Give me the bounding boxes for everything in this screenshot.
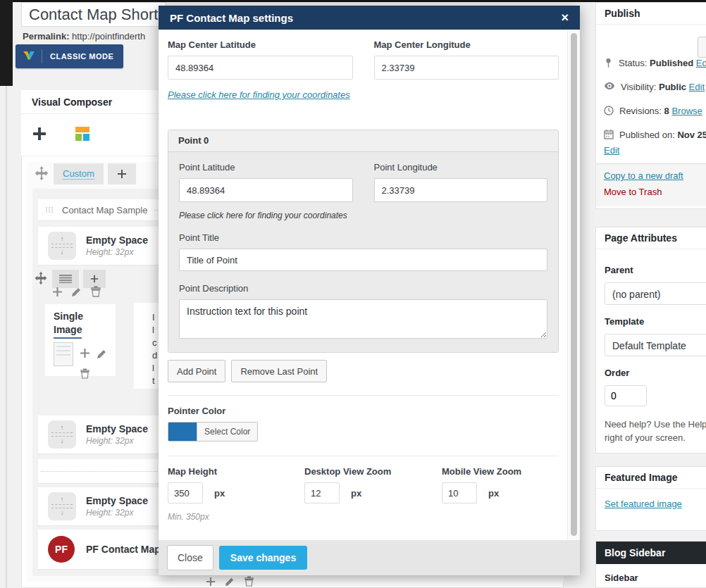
select-color-button[interactable]: Select Color: [197, 423, 257, 441]
image-thumbnail[interactable]: [54, 342, 73, 366]
tab-add-section[interactable]: [108, 163, 136, 184]
permalink-url[interactable]: http://pointfinderth: [72, 31, 145, 42]
map-height-input[interactable]: [168, 482, 203, 503]
classic-mode-button[interactable]: CLASSIC MODE: [16, 44, 123, 68]
point-latitude-input[interactable]: [179, 178, 353, 202]
help-text: Need help? Use the Help right of your sc…: [605, 418, 706, 444]
pencil-icon[interactable]: [225, 576, 235, 588]
vc-logo-icon: [23, 50, 35, 63]
point-longitude-input[interactable]: [374, 178, 548, 202]
move-to-trash-link[interactable]: Move to Trash: [604, 187, 662, 197]
trash-icon[interactable]: [80, 370, 89, 381]
add-element-icon[interactable]: [32, 126, 47, 144]
visibility-value: Public: [659, 82, 686, 92]
find-coordinates-link[interactable]: Please click here for finding your coord…: [168, 89, 350, 100]
color-swatch[interactable]: [168, 423, 197, 441]
plus-icon[interactable]: [80, 348, 90, 361]
pencil-icon[interactable]: [71, 286, 82, 299]
min-height-note: Min. 350px: [168, 512, 559, 522]
featured-image-panel: Featured Image Set featured image: [595, 466, 706, 531]
published-label: Published on:: [619, 130, 675, 140]
element-subtitle: Height: 32px: [86, 436, 148, 446]
single-image-element[interactable]: Single Image: [45, 304, 116, 376]
element-subtitle: Height: 32px: [86, 247, 148, 257]
scrollbar-thumb[interactable]: [571, 33, 577, 536]
drag-dots-icon[interactable]: [45, 205, 55, 215]
map-center-latitude-input[interactable]: [168, 56, 353, 80]
revisions-label: Revisions:: [619, 106, 662, 116]
save-changes-button[interactable]: Save changes: [219, 546, 307, 570]
blog-sidebar-panel: Blog Sidebar Sidebar: [595, 541, 706, 588]
pointer-color-label: Pointer Color: [168, 406, 559, 416]
dialog-scrollbar[interactable]: [567, 30, 580, 540]
element-title: Empty Space: [86, 234, 148, 246]
empty-space-icon: ↑↓: [48, 420, 76, 449]
pf-contact-map-settings-dialog: PF Contact Map settings × Map Center Lat…: [159, 6, 580, 575]
pencil-icon[interactable]: [97, 348, 108, 361]
trash-icon[interactable]: [244, 576, 254, 588]
revisions-browse-link[interactable]: Browse: [671, 106, 702, 116]
parent-select[interactable]: (no parent): [605, 282, 706, 305]
point-title-label: Point Title: [179, 232, 547, 243]
revisions-value: 8: [664, 106, 669, 116]
plus-icon[interactable]: [52, 287, 63, 299]
remove-last-point-button[interactable]: Remove Last Point: [231, 360, 327, 382]
move-tab-icon[interactable]: [34, 165, 49, 183]
desktop-view-zoom-unit: px: [351, 488, 361, 499]
sidebar-label: Sidebar: [596, 564, 706, 588]
add-point-button[interactable]: Add Point: [168, 360, 225, 382]
templates-icon[interactable]: [74, 125, 91, 144]
tab-custom[interactable]: Custom: [54, 163, 104, 184]
color-picker-control[interactable]: Select Color: [168, 422, 258, 442]
published-on-row: Published on: Nov 25: [604, 130, 706, 142]
close-button[interactable]: Close: [167, 545, 213, 570]
map-center-longitude-input[interactable]: [374, 56, 559, 80]
desktop-view-zoom-input[interactable]: [304, 482, 340, 503]
move-row-icon[interactable]: [34, 271, 48, 287]
parent-label: Parent: [605, 265, 706, 275]
pin-icon: [604, 58, 613, 70]
mobile-view-zoom-unit: px: [488, 488, 499, 499]
order-input[interactable]: [605, 385, 647, 406]
map-center-latitude-label: Map Center Latitude: [168, 39, 353, 50]
post-title-input[interactable]: Contact Map Short: [21, 2, 166, 27]
close-icon[interactable]: ×: [561, 11, 569, 24]
trash-icon[interactable]: [91, 286, 101, 299]
wordpress-editor-screen: Contact Map Short Permalink: http://poin…: [0, 0, 706, 588]
page-attributes-panel: Page Attributes Parent (no parent) Templ…: [595, 227, 706, 453]
point-longitude-label: Point Longitude: [374, 162, 548, 173]
plus-icon[interactable]: [206, 577, 216, 588]
status-row: Status: Published Edit: [604, 58, 706, 70]
mobile-view-zoom-input[interactable]: [442, 482, 477, 503]
visibility-edit-link[interactable]: Edit: [689, 82, 705, 92]
map-center-longitude-label: Map Center Longitude: [374, 39, 559, 50]
copy-to-new-draft-link[interactable]: Copy to a new draft: [604, 170, 683, 181]
set-featured-image-link[interactable]: Set featured image: [605, 499, 682, 509]
element-title: Empty Space: [86, 495, 148, 506]
divider: [168, 456, 559, 456]
featured-image-title: Featured Image: [596, 467, 706, 489]
status-label: Status:: [619, 58, 647, 68]
point-description-textarea[interactable]: Instruction text for this point: [179, 299, 547, 339]
single-image-line1: Single: [54, 310, 116, 323]
element-title: Empty Space: [86, 423, 148, 434]
pf-badge-icon: PF: [48, 536, 75, 563]
calendar-icon: [604, 130, 614, 142]
page-attributes-title: Page Attributes: [596, 227, 706, 249]
button-separator: [42, 49, 42, 63]
point-title-input[interactable]: [179, 249, 547, 271]
status-edit-link[interactable]: Edit: [696, 58, 706, 68]
help-text-line1: Need help? Use the Help: [605, 419, 706, 430]
published-value: Nov 25: [677, 130, 706, 140]
dialog-body: Map Center Latitude Map Center Longitude…: [159, 30, 568, 540]
published-edit-link[interactable]: Edit: [604, 145, 619, 156]
empty-space-icon: ↑↓: [48, 492, 76, 520]
element-subtitle: Height: 32px: [86, 508, 148, 518]
tab-custom-label: Custom: [63, 168, 94, 180]
dialog-footer: Close Save changes: [159, 540, 580, 575]
visibility-label: Visibility:: [621, 82, 656, 92]
map-height-unit: px: [214, 488, 225, 499]
preview-changes-button[interactable]: [698, 37, 706, 58]
template-select[interactable]: Default Template: [605, 334, 706, 356]
desktop-view-zoom-label: Desktop View Zoom: [304, 466, 442, 477]
